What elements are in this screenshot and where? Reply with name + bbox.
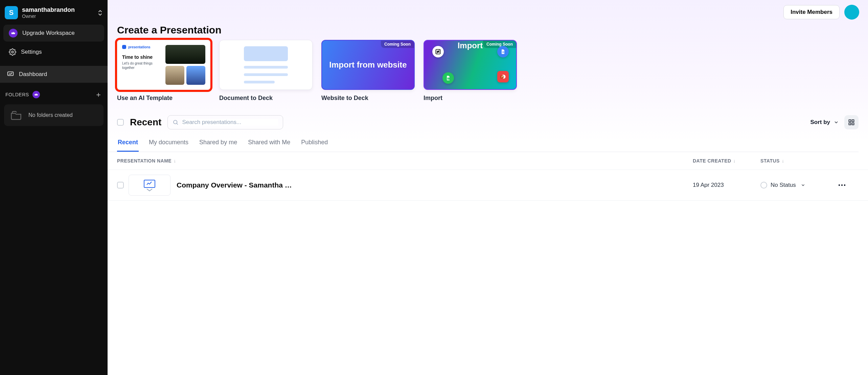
svg-point-0 — [12, 51, 14, 53]
col-header-status[interactable]: STATUS↓ — [760, 158, 838, 164]
card-hero-text: Import from website — [329, 60, 407, 70]
svg-rect-3 — [502, 51, 504, 52]
folders-label: FOLDERS — [5, 92, 29, 97]
add-folder-button[interactable]: ＋ — [95, 90, 102, 100]
main: Invite Members Create a Presentation pre… — [108, 0, 868, 375]
tab-recent[interactable]: Recent — [117, 139, 139, 152]
dashboard-icon — [7, 71, 14, 78]
tab-shared-by-me[interactable]: Shared by me — [199, 139, 238, 152]
chevron-down-icon — [833, 120, 839, 125]
table-header: PRESENTATION NAME↓ DATE CREATED↓ STATUS↓ — [108, 152, 868, 170]
recent-title: Recent — [130, 117, 161, 128]
sidebar-dashboard-label: Dashboard — [19, 71, 47, 78]
grid-icon — [848, 119, 855, 126]
gear-icon — [9, 48, 16, 56]
card-hero-text: Import — [424, 41, 516, 51]
coming-soon-badge: Coming Soon — [381, 41, 414, 48]
create-title: Create a Presentation — [117, 24, 859, 40]
svg-point-9 — [174, 120, 177, 124]
search-input[interactable] — [182, 119, 278, 126]
workspace-role: Owner — [22, 14, 75, 19]
crown-icon — [32, 91, 40, 98]
sort-arrow-icon: ↓ — [733, 158, 736, 164]
workspace-avatar: S — [5, 6, 18, 19]
svg-rect-13 — [852, 123, 854, 125]
status-ring-icon — [760, 182, 767, 189]
sidebar-item-dashboard[interactable]: Dashboard — [0, 66, 108, 83]
chevron-down-icon — [801, 183, 805, 188]
col-header-name[interactable]: PRESENTATION NAME↓ — [117, 158, 693, 164]
chevron-updown-icon[interactable] — [97, 9, 103, 16]
svg-point-17 — [844, 184, 845, 186]
folders-empty: No folders created — [4, 104, 104, 126]
card-import[interactable]: Coming Soon P Import — [424, 40, 517, 90]
row-checkbox[interactable] — [117, 182, 124, 189]
slide-title: Time to shine — [122, 54, 162, 60]
presentation-name: Company Overview - Samantha … — [177, 181, 292, 189]
svg-rect-11 — [852, 120, 854, 122]
svg-rect-10 — [849, 120, 851, 122]
card-website-to-deck[interactable]: Coming Soon Import from website — [321, 40, 415, 90]
search-box[interactable] — [167, 115, 283, 129]
user-avatar[interactable] — [844, 5, 859, 20]
sort-label: Sort by — [810, 119, 830, 126]
recent-bar: Recent Sort by — [108, 108, 868, 131]
create-cards: presentations Time to shine Let's do gre… — [117, 40, 859, 102]
workspace-name: samanthabrandon — [22, 6, 75, 14]
slide-subtitle: Let's do great things together — [122, 61, 162, 70]
row-actions-button[interactable] — [838, 184, 859, 186]
workspace-switcher[interactable]: S samanthabrandon Owner — [0, 3, 108, 23]
tab-published[interactable]: Published — [300, 139, 328, 152]
brand-badge: presentations — [122, 45, 162, 49]
sidebar-item-upgrade[interactable]: Upgrade Workspace — [3, 25, 104, 42]
svg-text:P: P — [502, 76, 503, 78]
select-all-checkbox[interactable] — [117, 119, 124, 126]
card-document-to-deck[interactable] — [219, 40, 313, 90]
card-caption: Document to Deck — [219, 95, 313, 102]
topbar: Invite Members — [108, 0, 868, 24]
tab-my-documents[interactable]: My documents — [148, 139, 189, 152]
view-toggle-button[interactable] — [844, 115, 859, 129]
tab-shared-with-me[interactable]: Shared with Me — [247, 139, 291, 152]
col-header-date[interactable]: DATE CREATED↓ — [693, 158, 760, 164]
sidebar-settings-label: Settings — [21, 49, 42, 55]
document-skeleton-icon — [244, 46, 288, 83]
svg-rect-1 — [8, 72, 14, 76]
sidebar: S samanthabrandon Owner Upgrade Workspac… — [0, 0, 108, 375]
status-label: No Status — [771, 182, 796, 189]
invite-members-button[interactable]: Invite Members — [783, 5, 840, 19]
card-ai-template[interactable]: presentations Time to shine Let's do gre… — [117, 40, 210, 90]
sort-by-button[interactable]: Sort by — [810, 119, 839, 126]
table-row[interactable]: Company Overview - Samantha … 19 Apr 202… — [108, 170, 868, 201]
svg-point-16 — [841, 184, 843, 186]
powerpoint-icon: P — [497, 71, 509, 82]
more-icon — [838, 184, 846, 186]
sort-arrow-icon: ↓ — [174, 158, 176, 164]
search-icon — [173, 119, 179, 125]
presentation-status[interactable]: No Status — [760, 182, 838, 189]
folders-empty-label: No folders created — [28, 112, 73, 118]
presentation-thumbnail — [129, 175, 170, 196]
google-sheet-icon — [442, 72, 454, 84]
template-thumbnails — [165, 45, 205, 85]
svg-point-15 — [839, 184, 840, 186]
card-caption: Import — [424, 95, 517, 102]
presentation-date: 19 Apr 2023 — [693, 182, 760, 189]
sidebar-upgrade-label: Upgrade Workspace — [22, 30, 75, 36]
svg-rect-4 — [502, 52, 504, 53]
card-caption: Use an AI Template — [117, 95, 210, 102]
folders-header: FOLDERS ＋ — [0, 83, 108, 102]
card-caption: Website to Deck — [321, 95, 415, 102]
tabs: Recent My documents Shared by me Shared … — [108, 131, 859, 152]
sort-arrow-icon: ↓ — [782, 158, 784, 164]
folder-icon — [11, 110, 22, 120]
svg-rect-12 — [849, 123, 851, 125]
sidebar-item-settings[interactable]: Settings — [3, 44, 104, 60]
crown-icon — [9, 29, 18, 38]
